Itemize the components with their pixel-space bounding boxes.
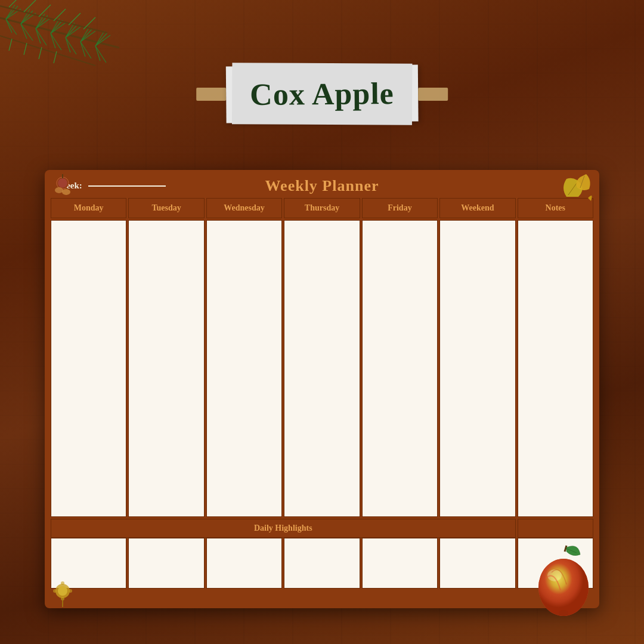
highlights-label: Daily Highlights xyxy=(51,519,516,538)
svg-line-29 xyxy=(80,42,85,57)
weekend-main-cell[interactable] xyxy=(439,220,515,517)
svg-point-64 xyxy=(538,559,589,616)
svg-line-19 xyxy=(51,33,55,48)
tape-right xyxy=(418,88,448,101)
weekend-header: Weekend xyxy=(439,198,515,218)
planner-header: Week: Weekly Planner xyxy=(51,176,593,196)
svg-line-34 xyxy=(95,46,100,61)
svg-point-66 xyxy=(559,610,568,616)
deco-top-left xyxy=(46,171,79,204)
svg-line-45 xyxy=(24,43,27,55)
svg-point-55 xyxy=(58,586,67,596)
thursday-main-cell[interactable] xyxy=(284,220,360,517)
wednesday-header: Wednesday xyxy=(206,198,282,218)
tuesday-main-cell[interactable] xyxy=(128,220,204,517)
day-column-friday: Friday xyxy=(362,198,438,517)
svg-line-3 xyxy=(6,5,15,19)
svg-line-12 xyxy=(36,18,51,29)
notes-main-cell[interactable] xyxy=(518,220,593,517)
day-column-monday: Monday xyxy=(51,198,126,517)
svg-point-52 xyxy=(62,189,70,195)
title-banner: Cox Apple xyxy=(196,66,448,122)
svg-line-0 xyxy=(0,18,119,48)
highlight-cell-thursday[interactable] xyxy=(284,538,360,589)
svg-line-15 xyxy=(36,29,47,45)
columns-container: Monday Tuesday Wednesday xyxy=(51,198,593,517)
friday-header: Friday xyxy=(362,198,438,218)
wednesday-main-cell[interactable] xyxy=(206,220,282,517)
monday-main-cell[interactable] xyxy=(51,220,126,517)
highlight-cell-weekend[interactable] xyxy=(439,538,515,589)
highlight-cell-friday[interactable] xyxy=(362,538,438,589)
svg-line-38 xyxy=(24,0,36,12)
svg-point-56 xyxy=(61,581,64,585)
highlights-cells-row xyxy=(51,538,593,589)
svg-line-61 xyxy=(565,546,566,552)
svg-line-37 xyxy=(9,0,21,7)
svg-line-30 xyxy=(80,42,91,58)
planner-content: Monday Tuesday Wednesday xyxy=(51,198,593,589)
planner-card: Week: Weekly Planner Monday xyxy=(45,170,599,608)
day-column-wednesday: Wednesday xyxy=(206,198,282,517)
svg-line-24 xyxy=(66,38,70,52)
highlights-notes-empty xyxy=(518,519,593,538)
svg-line-25 xyxy=(66,38,76,54)
day-column-thursday: Thursday xyxy=(284,198,360,517)
svg-line-44 xyxy=(9,39,12,51)
svg-line-35 xyxy=(95,46,106,63)
day-column-weekend: Weekend xyxy=(439,198,515,517)
deco-bottom-left xyxy=(46,574,79,607)
pine-branch-decoration xyxy=(0,0,143,131)
day-column-tuesday: Tuesday xyxy=(128,198,204,517)
svg-point-49 xyxy=(58,178,67,188)
highlights-label-row: Daily Highlights xyxy=(51,519,593,538)
svg-point-58 xyxy=(53,589,57,593)
tuesday-header: Tuesday xyxy=(128,198,204,218)
friday-main-cell[interactable] xyxy=(362,220,438,517)
highlight-cell-tuesday[interactable] xyxy=(128,538,204,589)
week-input-line xyxy=(88,185,166,187)
tape-left xyxy=(196,88,226,101)
svg-line-14 xyxy=(36,29,41,44)
highlight-cell-wednesday[interactable] xyxy=(206,538,282,589)
thursday-header: Thursday xyxy=(284,198,360,218)
notes-column: Notes xyxy=(518,198,593,517)
apple-decoration xyxy=(528,543,599,620)
banner-paper: Cox Apple xyxy=(226,65,418,123)
highlights-section: Daily Highlights xyxy=(51,519,593,589)
svg-point-51 xyxy=(55,187,63,193)
page-title: Cox Apple xyxy=(250,76,394,112)
svg-line-20 xyxy=(51,33,61,50)
planner-title: Weekly Planner xyxy=(265,177,379,195)
deco-top-right xyxy=(565,171,598,204)
svg-point-59 xyxy=(69,589,72,593)
svg-line-39 xyxy=(39,5,51,17)
